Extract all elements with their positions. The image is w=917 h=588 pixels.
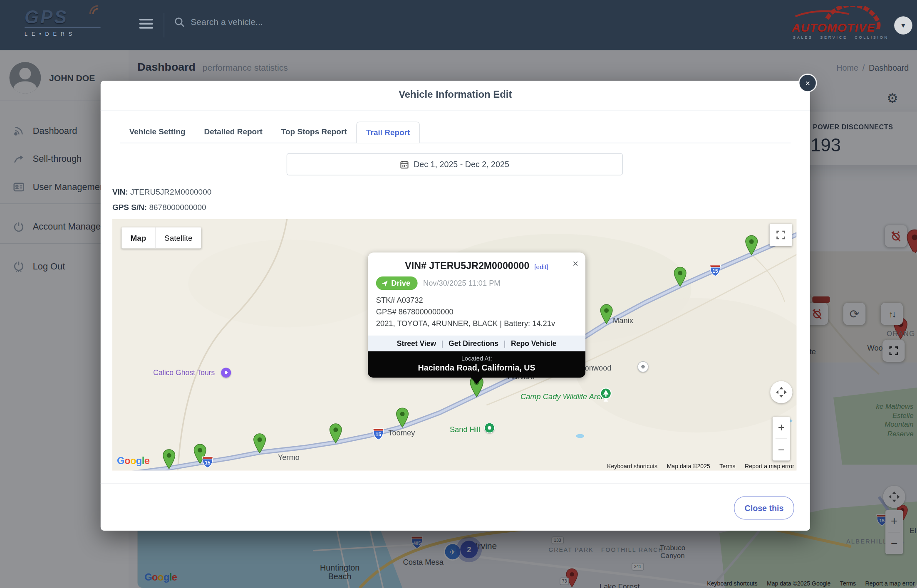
ironwood-poi-icon[interactable]: [637, 361, 649, 373]
trail-pin[interactable]: [395, 408, 409, 428]
terms-link[interactable]: Terms: [719, 463, 735, 469]
modal-header-divider: [101, 110, 810, 110]
tab-vehicle-setting[interactable]: Vehicle Setting: [120, 121, 195, 143]
signal-arcs-icon: [88, 2, 103, 15]
gps-line: GPS# 8678000000000: [376, 306, 577, 318]
search-input[interactable]: [189, 16, 367, 27]
zoom-out-button[interactable]: −: [773, 439, 790, 461]
gps-leaders-text: LE•DERS: [25, 31, 101, 37]
navigation-arrow-icon: [381, 280, 388, 287]
trail-pin[interactable]: [162, 449, 176, 469]
date-range-picker[interactable]: Dec 1, 2025 - Dec 2, 2025: [287, 153, 623, 175]
gps-leaders-logo[interactable]: GPS LE•DERS: [25, 7, 101, 37]
street-view-link[interactable]: Street View: [397, 340, 436, 348]
status-text: Drive: [391, 279, 410, 287]
modal-tabs: Vehicle Setting Detailed Report Top Stop…: [120, 121, 791, 143]
viewport: GPS LE•DERS AUTOMOTIVE SALES SERVICE COL…: [0, 0, 917, 588]
modal-title: Vehicle Information Edit: [101, 89, 810, 101]
keyboard-shortcuts-link[interactable]: Keyboard shortcuts: [607, 463, 657, 469]
info-title: VIN# JTERU5JR2M0000000: [405, 260, 529, 270]
automotive-brand-logo[interactable]: AUTOMOTIVE SALES SERVICE COLLISION: [791, 6, 890, 43]
edit-link[interactable]: [edit]: [534, 263, 548, 270]
repo-vehicle-link[interactable]: Repo Vehicle: [511, 340, 556, 348]
svg-text:15: 15: [376, 432, 382, 437]
fullscreen-icon: [776, 230, 786, 240]
topbar-divider: [164, 13, 164, 37]
report-error-link[interactable]: Report a map error: [745, 463, 794, 469]
trail-pin[interactable]: [253, 433, 267, 454]
info-close-icon[interactable]: ×: [573, 258, 578, 270]
located-address: Hacienda Road, California, US: [372, 363, 580, 372]
svg-text:15: 15: [712, 268, 718, 274]
located-section: Located At: Hacienda Road, California, U…: [368, 351, 585, 378]
located-label: Located At:: [372, 355, 580, 362]
map-label-camp-cady[interactable]: Camp Cady Wildlife Area: [520, 392, 605, 401]
map-type-control: Map Satellite: [121, 227, 201, 249]
i15-shield-icon: 15: [201, 455, 214, 469]
info-actions: Street View | Get Directions | Repo Vehi…: [368, 336, 585, 351]
stk-line: STK# A03732: [376, 294, 577, 306]
modal-close-button[interactable]: ×: [799, 75, 815, 91]
google-logo[interactable]: Google: [117, 455, 149, 467]
trail-pin[interactable]: [673, 267, 687, 287]
chevron-down-icon: ▾: [901, 21, 905, 30]
status-badge: Drive: [376, 277, 417, 290]
trail-pin[interactable]: [600, 304, 614, 324]
gps-sn-line: GPS S/N: 8678000000000: [112, 203, 206, 212]
status-timestamp: Nov/30/2025 11:01 PM: [423, 279, 501, 287]
tab-top-stops-report[interactable]: Top Stops Report: [272, 121, 356, 143]
map-label-toomey: Toomey: [388, 428, 415, 437]
svg-text:15: 15: [205, 460, 211, 466]
pan-arrows-icon: [773, 383, 790, 401]
vehicle-line: 2021, TOYOTA, 4RUNNER, BLACK | Battery: …: [376, 318, 577, 330]
vehicle-info-window: VIN# JTERU5JR2M0000000 [edit] × Drive No…: [368, 252, 585, 378]
modal-footer-divider: [101, 483, 810, 484]
vin-line: VIN: JTERU5JR2M0000000: [112, 188, 211, 196]
i15-shield-icon: 15: [372, 427, 385, 442]
tab-detailed-report[interactable]: Detailed Report: [195, 121, 272, 143]
map-data-label: Map data ©2025: [667, 463, 710, 469]
map-zoom-control: + −: [773, 417, 790, 460]
trail-pin[interactable]: [329, 423, 343, 444]
zoom-in-button[interactable]: +: [773, 417, 790, 438]
map-label-calico-ghost-tours[interactable]: Calico Ghost Tours: [153, 369, 215, 377]
i15-shield-icon: 15: [709, 264, 722, 278]
map-label-yermo: Yermo: [278, 453, 300, 462]
map-attribution: Keyboard shortcuts Map data ©2025 Terms …: [607, 463, 794, 469]
map-type-map-button[interactable]: Map: [121, 227, 155, 249]
pan-control[interactable]: [770, 381, 792, 403]
vehicle-details: STK# A03732 GPS# 8678000000000 2021, TOY…: [368, 291, 585, 336]
get-directions-link[interactable]: Get Directions: [449, 340, 498, 348]
search-icon: [174, 17, 185, 27]
brand-tagline: SALES SERVICE COLLISION: [793, 35, 889, 39]
close-this-button[interactable]: Close this: [734, 496, 794, 519]
map-label-sand-hill[interactable]: Sand Hill: [450, 425, 480, 434]
brand-name: AUTOMOTIVE: [792, 21, 875, 35]
fullscreen-button[interactable]: [770, 224, 792, 246]
topbar: GPS LE•DERS AUTOMOTIVE SALES SERVICE COL…: [0, 0, 917, 50]
trail-report-map[interactable]: Calico Ghost Tours Yermo Toomey Sand Hil…: [112, 219, 797, 470]
sand-hill-poi-icon[interactable]: [484, 422, 495, 433]
info-window-pointer: [470, 377, 483, 384]
close-icon: ×: [805, 78, 810, 87]
vehicle-info-modal: × Vehicle Information Edit Vehicle Setti…: [101, 81, 810, 531]
tab-trail-report[interactable]: Trail Report: [356, 121, 420, 143]
hamburger-menu-icon[interactable]: [139, 19, 154, 31]
date-range-value: Dec 1, 2025 - Dec 2, 2025: [414, 160, 509, 169]
map-label-manix: Manix: [613, 316, 633, 325]
calendar-icon: [400, 160, 409, 168]
trail-pin[interactable]: [744, 235, 758, 255]
account-dropdown-button[interactable]: ▾: [894, 16, 912, 35]
wildlife-area-poi-icon[interactable]: [600, 388, 612, 402]
map-type-satellite-button[interactable]: Satellite: [156, 227, 201, 249]
ghost-tours-poi-icon[interactable]: [221, 368, 231, 378]
vehicle-search: [174, 16, 367, 27]
